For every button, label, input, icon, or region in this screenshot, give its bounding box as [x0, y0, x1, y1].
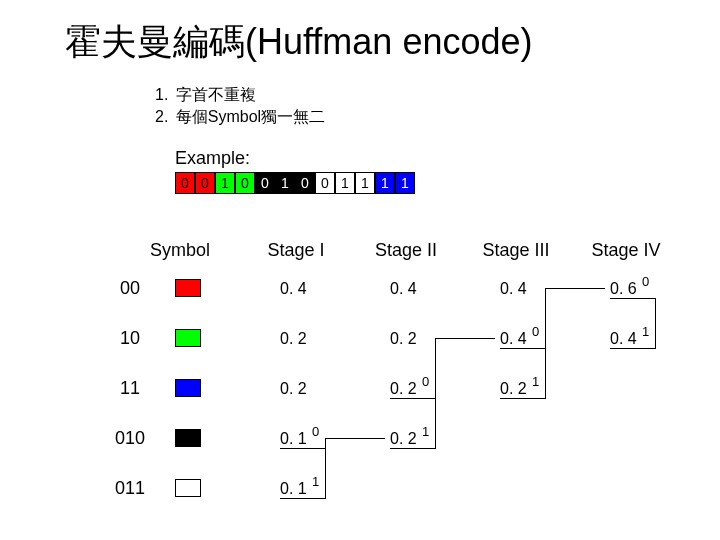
v-s3-r3: 0. 2 [500, 380, 527, 398]
sym-00: 00 [90, 278, 170, 299]
sym-011: 011 [90, 478, 170, 499]
example-bit: 1 [275, 172, 295, 194]
rule-1: 1.字首不重複 [155, 84, 325, 106]
example-bit: 0 [255, 172, 275, 194]
bit-s3-r3: 1 [532, 374, 539, 389]
link-s1 [280, 498, 325, 499]
bit-s2-r3: 0 [422, 374, 429, 389]
v-s4-r1: 0. 6 [610, 280, 637, 298]
v-s2-r1: 0. 4 [390, 280, 417, 298]
v-s1-r1: 0. 4 [280, 280, 307, 298]
v-s3-r1: 0. 4 [500, 280, 527, 298]
swatch-green [175, 329, 201, 347]
hdr-stage-1: Stage I [256, 240, 336, 261]
v-s1-r4: 0. 1 [280, 430, 307, 448]
hdr-symbol: Symbol [140, 240, 220, 261]
link-s2 [390, 398, 435, 399]
v-s1-r2: 0. 2 [280, 330, 307, 348]
example-bit: 0 [175, 172, 195, 194]
hdr-stage-2: Stage II [366, 240, 446, 261]
link-s4 [610, 298, 655, 299]
bit-s1-r5: 1 [312, 474, 319, 489]
example-bitstream: 001001001111 [175, 172, 415, 194]
example-bit: 0 [195, 172, 215, 194]
link-s4 [655, 298, 656, 349]
link-s1 [280, 448, 325, 449]
example-bit: 1 [335, 172, 355, 194]
hdr-stage-4: Stage IV [586, 240, 666, 261]
link-s3 [545, 288, 605, 289]
sym-11: 11 [90, 378, 170, 399]
example-label: Example: [175, 148, 250, 169]
slide: 霍夫曼編碼(Huffman encode) 1.字首不重複 2.每個Symbol… [0, 0, 720, 540]
hdr-stage-3: Stage III [476, 240, 556, 261]
rule-2: 2.每個Symbol獨一無二 [155, 106, 325, 128]
link-s3 [500, 348, 545, 349]
v-s2-r3: 0. 2 [390, 380, 417, 398]
rules-list: 1.字首不重複 2.每個Symbol獨一無二 [155, 84, 325, 127]
link-s1 [325, 438, 385, 439]
link-s3 [500, 398, 545, 399]
example-bit: 1 [355, 172, 375, 194]
link-s2 [390, 448, 435, 449]
swatch-red [175, 279, 201, 297]
bit-s3-r2: 0 [532, 324, 539, 339]
example-bit: 0 [315, 172, 335, 194]
v-s4-r2: 0. 4 [610, 330, 637, 348]
example-bit: 1 [375, 172, 395, 194]
bit-s2-r4: 1 [422, 424, 429, 439]
example-bit: 0 [295, 172, 315, 194]
link-s4 [610, 348, 655, 349]
link-s2 [435, 338, 436, 449]
v-s1-r3: 0. 2 [280, 380, 307, 398]
bit-s1-r4: 0 [312, 424, 319, 439]
link-s3 [545, 288, 546, 399]
example-bit: 1 [215, 172, 235, 194]
bit-s4-r2: 1 [642, 324, 649, 339]
link-s2 [435, 338, 495, 339]
swatch-blue [175, 379, 201, 397]
v-s1-r5: 0. 1 [280, 480, 307, 498]
page-title: 霍夫曼編碼(Huffman encode) [65, 18, 533, 67]
swatch-white [175, 479, 201, 497]
bit-s4-r1: 0 [642, 274, 649, 289]
example-bit: 0 [235, 172, 255, 194]
link-s1 [325, 438, 326, 499]
sym-10: 10 [90, 328, 170, 349]
v-s2-r4: 0. 2 [390, 430, 417, 448]
sym-010: 010 [90, 428, 170, 449]
swatch-black [175, 429, 201, 447]
v-s2-r2: 0. 2 [390, 330, 417, 348]
v-s3-r2: 0. 4 [500, 330, 527, 348]
example-bit: 1 [395, 172, 415, 194]
